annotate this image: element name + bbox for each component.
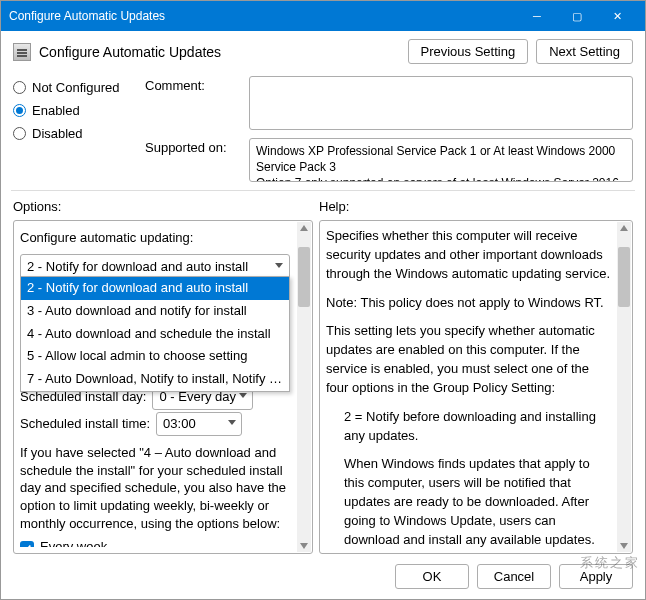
radio-disabled[interactable]: Disabled <box>13 126 133 141</box>
next-setting-button[interactable]: Next Setting <box>536 39 633 64</box>
help-text: This setting lets you specify whether au… <box>326 322 610 397</box>
radio-icon <box>13 104 26 117</box>
options-heading: Options: <box>13 199 313 214</box>
policy-editor-window: Configure Automatic Updates ─ ▢ ✕ Config… <box>0 0 646 600</box>
help-text: 2 = Notify before downloading and instal… <box>326 408 610 446</box>
window-title: Configure Automatic Updates <box>9 9 517 23</box>
maximize-button[interactable]: ▢ <box>557 1 597 31</box>
dropdown-item[interactable]: 4 - Auto download and schedule the insta… <box>21 323 289 346</box>
help-pane: Specifies whether this computer will rec… <box>319 220 633 554</box>
comment-textarea[interactable] <box>249 76 633 130</box>
checkbox-checked-icon <box>20 541 34 547</box>
schedule-note: If you have selected "4 – Auto download … <box>20 444 290 532</box>
panes: Configure automatic updating: 2 - Notify… <box>1 218 645 556</box>
titlebar[interactable]: Configure Automatic Updates ─ ▢ ✕ <box>1 1 645 31</box>
scheduled-time-label: Scheduled install time: <box>20 415 150 434</box>
ok-button[interactable]: OK <box>395 564 469 589</box>
every-week-checkbox-row[interactable]: Every week <box>20 538 290 547</box>
options-scrollbar[interactable] <box>297 222 311 552</box>
dropdown-item[interactable]: 7 - Auto Download, Notify to install, No… <box>21 368 289 391</box>
page-title: Configure Automatic Updates <box>39 44 221 60</box>
dialog-buttons: OK Cancel Apply <box>1 556 645 599</box>
subheader: Configure Automatic Updates Previous Set… <box>1 31 645 72</box>
radio-label: Disabled <box>32 126 83 141</box>
help-heading: Help: <box>319 199 633 214</box>
configure-updating-combo[interactable]: 2 - Notify for download and auto install… <box>20 254 290 281</box>
supported-on-text: Windows XP Professional Service Pack 1 o… <box>249 138 633 182</box>
help-text: Note: This policy does not apply to Wind… <box>326 294 610 313</box>
radio-icon <box>13 127 26 140</box>
close-button[interactable]: ✕ <box>597 1 637 31</box>
divider <box>11 190 635 191</box>
every-week-label: Every week <box>40 538 107 547</box>
configure-updating-dropdown: 2 - Notify for download and auto install… <box>20 276 290 392</box>
radio-label: Enabled <box>32 103 80 118</box>
radio-enabled[interactable]: Enabled <box>13 103 133 118</box>
policy-icon <box>13 43 31 61</box>
panes-header: Options: Help: <box>1 195 645 218</box>
options-pane: Configure automatic updating: 2 - Notify… <box>13 220 313 554</box>
configure-updating-label: Configure automatic updating: <box>20 229 290 248</box>
scheduled-time-select[interactable]: 03:00 <box>156 412 242 437</box>
minimize-button[interactable]: ─ <box>517 1 557 31</box>
cancel-button[interactable]: Cancel <box>477 564 551 589</box>
radio-not-configured[interactable]: Not Configured <box>13 80 133 95</box>
radio-label: Not Configured <box>32 80 119 95</box>
dropdown-item[interactable]: 3 - Auto download and notify for install <box>21 300 289 323</box>
dropdown-item[interactable]: 2 - Notify for download and auto install <box>21 277 289 300</box>
help-text: When Windows finds updates that apply to… <box>326 455 610 547</box>
supported-label: Supported on: <box>145 138 237 155</box>
help-scrollbar[interactable] <box>617 222 631 552</box>
previous-setting-button[interactable]: Previous Setting <box>408 39 529 64</box>
radio-icon <box>13 81 26 94</box>
top-section: Not Configured Enabled Disabled Comment:… <box>1 72 645 186</box>
state-radio-group: Not Configured Enabled Disabled <box>13 76 133 141</box>
help-text: Specifies whether this computer will rec… <box>326 227 610 284</box>
comment-label: Comment: <box>145 76 237 93</box>
apply-button[interactable]: Apply <box>559 564 633 589</box>
dropdown-item[interactable]: 5 - Allow local admin to choose setting <box>21 345 289 368</box>
